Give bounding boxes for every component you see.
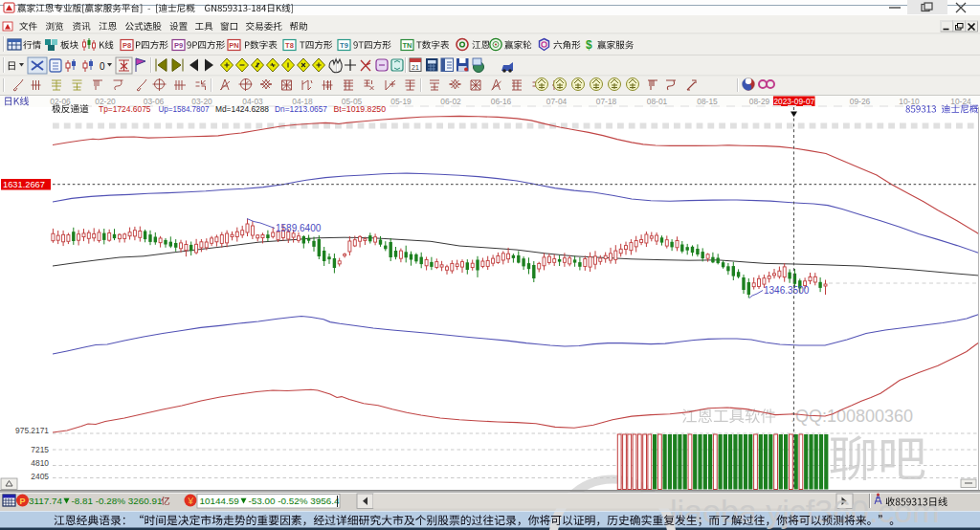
svg-text:3117.74: 3117.74 bbox=[29, 496, 62, 506]
svg-text:T9: T9 bbox=[340, 41, 348, 50]
svg-text:08-15: 08-15 bbox=[697, 97, 718, 106]
svg-text:05-19: 05-19 bbox=[390, 97, 412, 106]
svg-text:21: 21 bbox=[412, 64, 419, 71]
svg-text:-53.00 -0.52% 3956.4: -53.00 -0.52% 3956.4 bbox=[249, 496, 340, 506]
svg-text:P9: P9 bbox=[174, 41, 183, 50]
svg-text:4810: 4810 bbox=[31, 458, 49, 468]
svg-text:Dn=1213.0657: Dn=1213.0657 bbox=[275, 103, 327, 114]
svg-text::QQ:100800360: :QQ:100800360 bbox=[791, 407, 913, 426]
svg-text:2405: 2405 bbox=[31, 472, 49, 481]
svg-text:1589.6400: 1589.6400 bbox=[276, 223, 322, 233]
svg-text:P8: P8 bbox=[122, 41, 131, 50]
svg-text:10-24: 10-24 bbox=[950, 97, 971, 106]
svg-text:TN: TN bbox=[403, 41, 412, 50]
svg-text:P: P bbox=[19, 497, 25, 506]
svg-text:T8: T8 bbox=[285, 41, 294, 50]
svg-text:1346.3500: 1346.3500 bbox=[764, 285, 810, 296]
svg-text:975.2171: 975.2171 bbox=[15, 426, 49, 435]
svg-text:0: 0 bbox=[100, 61, 105, 72]
svg-text:Tp=1724.6075: Tp=1724.6075 bbox=[99, 103, 151, 114]
svg-text:7215: 7215 bbox=[31, 445, 49, 454]
svg-text:08-29: 08-29 bbox=[749, 97, 770, 106]
svg-text:07-04: 07-04 bbox=[546, 97, 568, 106]
svg-text:10-10: 10-10 bbox=[899, 97, 920, 106]
svg-text:$: $ bbox=[586, 38, 592, 52]
svg-text:Bt=1019.8250: Bt=1019.8250 bbox=[334, 103, 387, 114]
svg-text:06-02: 06-02 bbox=[440, 97, 461, 106]
svg-text:07-18: 07-18 bbox=[596, 97, 617, 106]
svg-text:10144.59: 10144.59 bbox=[200, 496, 240, 506]
svg-text:1631.2667: 1631.2667 bbox=[3, 180, 45, 189]
svg-text:Md=1424.6288: Md=1424.6288 bbox=[215, 103, 269, 114]
svg-text:PN: PN bbox=[229, 41, 238, 50]
svg-text:-8.81 -0.28% 3260.91: -8.81 -0.28% 3260.91 bbox=[72, 496, 163, 506]
svg-text:09-26: 09-26 bbox=[850, 97, 871, 106]
svg-text:2023-09-07: 2023-09-07 bbox=[773, 97, 814, 106]
svg-text:06-16: 06-16 bbox=[491, 97, 512, 106]
svg-text:Up=1584.7807: Up=1584.7807 bbox=[159, 103, 210, 114]
svg-text:08-01: 08-01 bbox=[647, 97, 668, 106]
